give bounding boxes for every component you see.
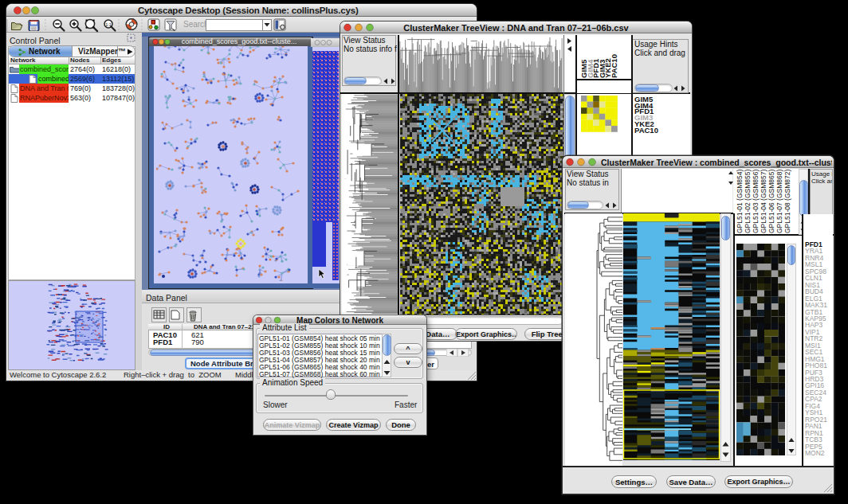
svg-text:1:1: 1:1 (105, 22, 112, 27)
